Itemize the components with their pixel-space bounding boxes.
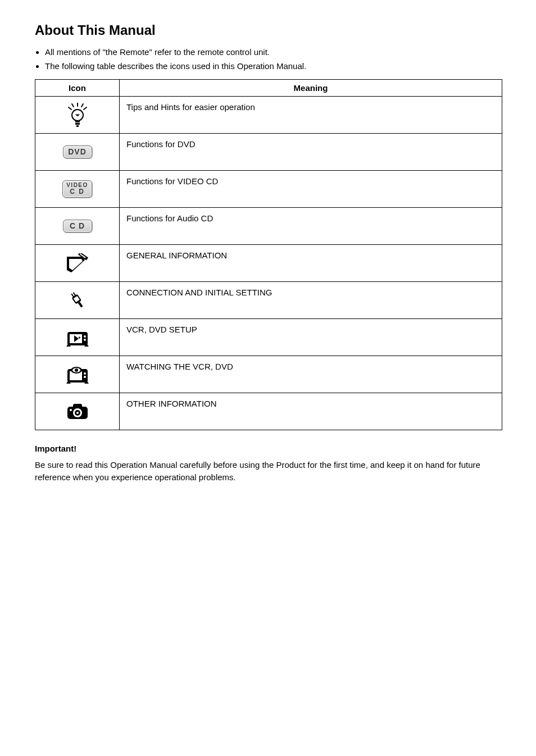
meaning-cell: Functions for VIDEO CD: [120, 171, 502, 208]
videocd-badge-bottom: C D: [66, 188, 88, 195]
svg-rect-34: [73, 404, 82, 408]
tv-eye-icon: [39, 365, 116, 385]
meaning-cell: OTHER INFORMATION: [120, 393, 502, 430]
table-header-row: Icon Meaning: [35, 80, 502, 97]
camera-icon: [39, 402, 116, 421]
pen-paper-icon: [39, 253, 116, 274]
svg-point-38: [70, 409, 72, 411]
icon-meaning-table: Icon Meaning: [35, 79, 502, 430]
table-row: DVD Functions for DVD: [35, 134, 502, 171]
cd-badge-icon: C D: [63, 220, 92, 233]
icon-cell: DVD: [35, 134, 120, 171]
meaning-cell: WATCHING THE VCR, DVD: [120, 356, 502, 393]
tv-setup-icon: ✦: [39, 327, 116, 348]
icon-cell: [35, 393, 120, 430]
icon-cell: [35, 282, 120, 319]
column-header-icon: Icon: [35, 80, 120, 97]
table-row: OTHER INFORMATION: [35, 393, 502, 430]
svg-rect-14: [78, 302, 83, 307]
meaning-cell: Functions for DVD: [120, 134, 502, 171]
table-row: Tips and Hints for easier operation: [35, 97, 502, 134]
svg-point-19: [84, 339, 86, 341]
table-row: ✦ VCR, DVD SETUP: [35, 319, 502, 356]
table-row: C D Functions for Audio CD: [35, 208, 502, 245]
icon-cell: ✦: [35, 319, 120, 356]
intro-bullet: The following table describes the icons …: [45, 60, 502, 73]
important-body: Be sure to read this Operation Manual ca…: [35, 459, 502, 484]
table-row: VIDEO C D Functions for VIDEO CD: [35, 171, 502, 208]
important-heading: Important!: [35, 444, 502, 453]
column-header-meaning: Meaning: [120, 80, 502, 97]
meaning-cell: Tips and Hints for easier operation: [120, 97, 502, 134]
icon-cell: [35, 97, 120, 134]
icon-cell: VIDEO C D: [35, 171, 120, 208]
videocd-badge-icon: VIDEO C D: [62, 180, 92, 198]
meaning-cell: Functions for Audio CD: [120, 208, 502, 245]
svg-point-37: [76, 412, 79, 414]
svg-line-1: [72, 104, 74, 107]
svg-rect-6: [75, 121, 80, 122]
icon-cell: [35, 356, 120, 393]
icon-cell: C D: [35, 208, 120, 245]
page-title: About This Manual: [35, 22, 502, 38]
bulb-icon: [39, 103, 116, 127]
table-row: WATCHING THE VCR, DVD: [35, 356, 502, 393]
svg-point-27: [84, 376, 86, 378]
dvd-badge-icon: DVD: [63, 145, 92, 158]
svg-line-3: [69, 107, 71, 110]
meaning-cell: CONNECTION AND INITIAL SETTING: [120, 282, 502, 319]
svg-text:✦: ✦: [78, 335, 81, 340]
icon-cell: [35, 245, 120, 282]
meaning-cell: GENERAL INFORMATION: [120, 245, 502, 282]
intro-bullet: All mentions of "the Remote" refer to th…: [45, 46, 502, 59]
meaning-cell: VCR, DVD SETUP: [120, 319, 502, 356]
table-row: CONNECTION AND INITIAL SETTING: [35, 282, 502, 319]
svg-point-30: [75, 368, 78, 372]
intro-bullet-list: All mentions of "the Remote" refer to th…: [35, 46, 502, 72]
svg-point-18: [84, 335, 86, 338]
page: About This Manual All mentions of "the R…: [0, 0, 536, 517]
svg-line-2: [81, 104, 83, 107]
svg-line-4: [84, 107, 87, 110]
svg-point-26: [84, 372, 86, 375]
svg-rect-7: [75, 123, 80, 125]
table-row: GENERAL INFORMATION: [35, 245, 502, 282]
svg-rect-8: [76, 125, 79, 127]
plug-icon: [39, 290, 116, 311]
